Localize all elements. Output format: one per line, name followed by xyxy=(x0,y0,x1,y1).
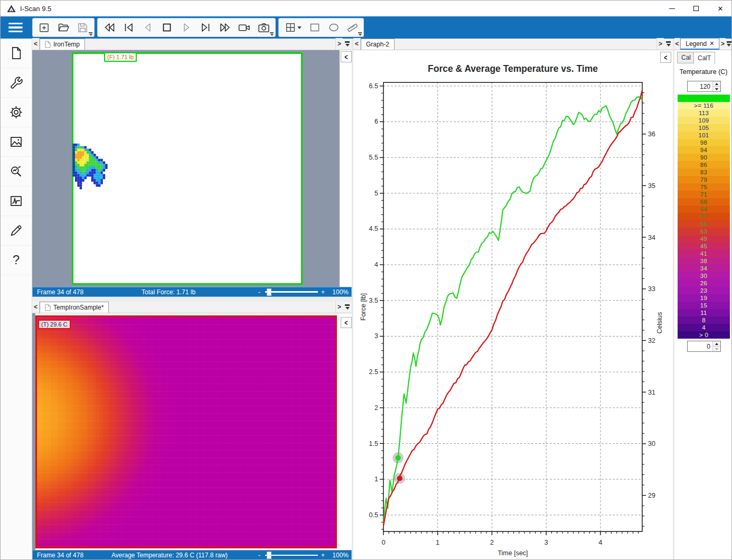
tab-tempironsample[interactable]: TempIronSample* xyxy=(40,302,109,313)
tab-scroll-left-button[interactable]: < xyxy=(32,38,40,50)
legend-scale-row: 49 xyxy=(678,235,730,242)
tab-scroll-right-button[interactable]: > xyxy=(719,38,725,50)
rewind-button[interactable] xyxy=(101,20,117,35)
legend-max-spinner[interactable]: 120 xyxy=(687,81,721,92)
legend-scale-row: 19 xyxy=(678,294,730,302)
record-movie-button[interactable] xyxy=(237,20,252,35)
svg-text:2: 2 xyxy=(374,404,378,412)
legend-scale-row: 109 xyxy=(678,117,730,124)
collapse-panel-button[interactable]: < xyxy=(341,317,352,328)
tab-irontemp[interactable]: IronTemp xyxy=(40,39,85,50)
sidebar-item-image[interactable] xyxy=(1,127,32,157)
zoom-out-button[interactable]: - xyxy=(258,288,260,296)
sidebar-item-settings[interactable] xyxy=(1,98,32,127)
legend-scale-row: 98 xyxy=(678,139,730,146)
collapse-panel-button[interactable]: < xyxy=(341,51,352,62)
ellipse-tool-button[interactable] xyxy=(326,20,342,35)
add-view-button[interactable] xyxy=(36,20,52,35)
tab-legend[interactable]: Legend ✕ xyxy=(680,38,719,50)
legend-scale-row: 23 xyxy=(678,287,730,294)
maximize-button[interactable] xyxy=(684,1,708,16)
play-button[interactable] xyxy=(179,20,194,35)
minimize-button[interactable] xyxy=(660,1,684,16)
frame-marker xyxy=(397,475,402,481)
spinner-up-button[interactable] xyxy=(713,341,720,347)
first-frame-button[interactable] xyxy=(120,20,136,35)
tab-scroll-left-button[interactable]: < xyxy=(32,301,40,313)
tab-scroll-left-button[interactable]: < xyxy=(674,38,680,50)
last-frame-button[interactable] xyxy=(198,20,214,35)
grid-layout-button[interactable] xyxy=(282,20,304,35)
thermal-map-area[interactable]: (T) 29.6 C xyxy=(35,315,337,548)
open-file-button[interactable] xyxy=(55,20,71,35)
tab-list-button[interactable] xyxy=(726,38,732,50)
tab-scroll-left-button[interactable]: < xyxy=(353,38,361,50)
legend-scale-row: 83 xyxy=(678,169,730,176)
legend-min-value[interactable]: 0 xyxy=(688,341,712,351)
menu-button[interactable] xyxy=(1,16,32,39)
force-temp-chart[interactable]: 0.511.522.533.544.555.566.50123429303132… xyxy=(353,50,673,560)
rectangle-tool-button[interactable] xyxy=(307,20,323,35)
toolbar-overflow-icon[interactable] xyxy=(270,32,274,36)
slider-handle[interactable] xyxy=(267,288,271,296)
legend-scale-row: 53 xyxy=(678,228,730,235)
legend-scale-row: 45 xyxy=(678,242,730,250)
sidebar-item-annotate[interactable] xyxy=(1,216,32,246)
arrow-down-icon xyxy=(715,348,718,350)
slider-handle[interactable] xyxy=(267,552,271,559)
zoom-out-button[interactable]: - xyxy=(258,552,260,559)
legend-scale-row: 105 xyxy=(678,124,730,132)
zoom-in-button[interactable]: + xyxy=(321,552,325,559)
tab-list-button[interactable] xyxy=(343,38,352,50)
toolbar-overflow-icon[interactable] xyxy=(89,32,92,36)
force-view[interactable]: (F) 1.71 lb xyxy=(32,50,352,287)
slider-track[interactable] xyxy=(265,555,318,556)
app-window: I-Scan 9.5 ✕ xyxy=(0,0,732,560)
tab-scroll-right-button[interactable]: > xyxy=(656,38,664,50)
legend-scale-row: 8 xyxy=(678,316,730,324)
sidebar-item-document[interactable] xyxy=(1,39,32,68)
temp-status-bar: Frame 34 of 478 Average Temperature: 29.… xyxy=(32,550,352,560)
temperature-curve xyxy=(383,90,642,526)
legend-min-spinner[interactable]: 0 xyxy=(687,341,721,352)
subtab-calt[interactable]: CalT xyxy=(693,52,715,64)
legend-heading: Temperature (C) xyxy=(674,68,732,76)
stop-button[interactable] xyxy=(159,20,175,35)
sidebar-item-tools[interactable] xyxy=(1,68,32,98)
close-tab-icon[interactable]: ✕ xyxy=(709,40,714,47)
save-button[interactable] xyxy=(75,20,91,35)
spinner-down-button[interactable] xyxy=(713,87,720,91)
toolbar-overflow-icon[interactable] xyxy=(358,32,362,36)
legend-max-value[interactable]: 120 xyxy=(688,81,712,91)
previous-frame-button[interactable] xyxy=(140,20,156,35)
zoom-slider[interactable] xyxy=(265,288,318,296)
zoom-slider[interactable] xyxy=(265,552,318,559)
close-button[interactable]: ✕ xyxy=(708,1,732,16)
sidebar-item-graph[interactable] xyxy=(1,186,32,216)
zoom-analysis-icon xyxy=(9,164,23,179)
svg-text:4: 4 xyxy=(374,261,378,268)
chart-title: Force & Average Temperature vs. Time xyxy=(428,63,598,74)
rectangle-tool-icon xyxy=(308,21,321,34)
fast-forward-button[interactable] xyxy=(217,20,233,35)
collapse-panel-button[interactable]: < xyxy=(660,52,671,63)
legend-scale-row: 4 xyxy=(678,324,730,331)
tab-scroll-right-button[interactable]: > xyxy=(335,301,343,313)
spinner-up-button[interactable] xyxy=(713,81,720,87)
slider-track[interactable] xyxy=(265,291,318,293)
subtab-cal[interactable]: Cal xyxy=(677,52,695,63)
image-icon xyxy=(9,135,23,149)
tab-list-button[interactable] xyxy=(664,38,673,50)
sidebar-item-analysis[interactable] xyxy=(1,157,32,186)
zoom-in-button[interactable]: + xyxy=(321,288,325,296)
tab-scroll-right-button[interactable]: > xyxy=(335,38,343,50)
svg-text:5: 5 xyxy=(374,190,378,197)
sidebar-item-help[interactable]: ? xyxy=(1,246,32,275)
spinner-down-button[interactable] xyxy=(713,347,720,351)
temperature-view[interactable]: (T) 29.6 C xyxy=(32,313,352,550)
legend-scale-row: 60 xyxy=(678,213,730,220)
svg-text:3: 3 xyxy=(545,538,548,546)
tab-list-button[interactable] xyxy=(343,301,352,313)
tab-graph-2[interactable]: Graph-2 xyxy=(361,39,395,50)
snapshot-button[interactable] xyxy=(256,20,271,35)
